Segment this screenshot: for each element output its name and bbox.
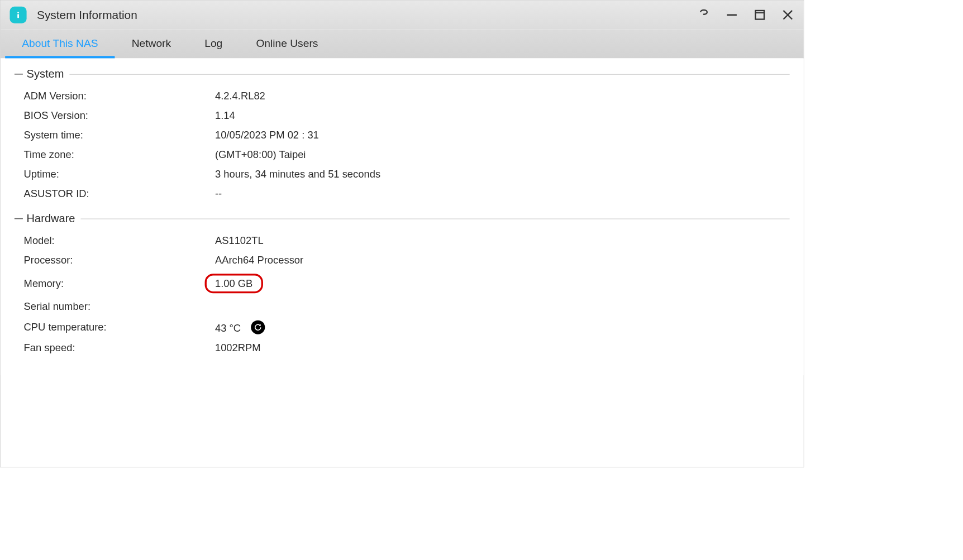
row-uptime: Uptime: 3 hours, 34 minutes and 51 secon… (15, 165, 790, 184)
tab-bar: About This NAS Network Log Online Users (1, 30, 804, 59)
cpu-temp-value: 43 °C (215, 322, 241, 334)
tab-online-users[interactable]: Online Users (239, 30, 335, 58)
svg-rect-1 (17, 14, 19, 18)
value: (GMT+08:00) Taipei (215, 149, 306, 161)
value: 1002RPM (215, 342, 261, 354)
svg-point-0 (17, 12, 19, 13)
label: Processor: (24, 254, 215, 266)
tab-network[interactable]: Network (115, 30, 188, 58)
value: 4.2.4.RL82 (215, 90, 265, 102)
row-time-zone: Time zone: (GMT+08:00) Taipei (15, 145, 790, 165)
section-title: System (27, 68, 70, 80)
window-title: System Information (37, 8, 697, 22)
maximize-button[interactable] (754, 8, 766, 21)
tab-about-this-nas[interactable]: About This NAS (5, 30, 115, 58)
row-serial-number: Serial number: (15, 297, 790, 317)
label: System time: (24, 129, 215, 141)
label: BIOS Version: (24, 109, 215, 122)
label: Uptime: (24, 168, 215, 180)
tab-log[interactable]: Log (188, 30, 239, 58)
tab-label: Online Users (256, 37, 318, 50)
system-information-window: System Information About This NAS Networ… (0, 0, 804, 468)
help-button[interactable] (697, 8, 710, 21)
section-dash (15, 218, 23, 219)
label: Memory: (24, 277, 215, 290)
row-processor: Processor: AArch64 Processor (15, 250, 790, 270)
row-system-time: System time: 10/05/2023 PM 02 : 31 (15, 126, 790, 145)
value: -- (215, 188, 222, 200)
label: ADM Version: (24, 90, 215, 102)
value: AArch64 Processor (215, 254, 303, 266)
svg-rect-3 (755, 11, 764, 20)
section-title: Hardware (27, 212, 81, 225)
value: 1.14 (215, 109, 235, 122)
value: 43 °C (215, 320, 265, 334)
tab-label: Network (132, 37, 171, 50)
titlebar: System Information (1, 1, 804, 30)
memory-highlight: 1.00 GB (205, 274, 263, 293)
row-bios-version: BIOS Version: 1.14 (15, 106, 790, 126)
label: Serial number: (24, 301, 215, 313)
label: Fan speed: (24, 342, 215, 354)
refresh-icon[interactable] (251, 320, 265, 334)
section-header: Hardware (15, 212, 790, 225)
section-line (69, 74, 789, 74)
content-area: System ADM Version: 4.2.4.RL82 BIOS Vers… (1, 58, 804, 375)
section-header: System (15, 68, 790, 80)
row-model: Model: AS1102TL (15, 231, 790, 250)
system-section: System ADM Version: 4.2.4.RL82 BIOS Vers… (15, 68, 790, 204)
hardware-section: Hardware Model: AS1102TL Processor: AArc… (15, 212, 790, 358)
value: 1.00 GB (215, 274, 263, 293)
info-icon (10, 7, 27, 23)
label: CPU temperature: (24, 321, 215, 333)
value: 3 hours, 34 minutes and 51 seconds (215, 168, 380, 180)
label: Model: (24, 234, 215, 247)
window-controls (697, 8, 794, 21)
row-cpu-temperature: CPU temperature: 43 °C (15, 317, 790, 338)
minimize-button[interactable] (725, 8, 738, 21)
row-fan-speed: Fan speed: 1002RPM (15, 338, 790, 357)
tab-label: Log (204, 37, 222, 50)
value: AS1102TL (215, 234, 264, 247)
row-asustor-id: ASUSTOR ID: -- (15, 184, 790, 204)
section-line (80, 218, 789, 219)
value: 10/05/2023 PM 02 : 31 (215, 129, 319, 141)
close-button[interactable] (781, 8, 794, 21)
tab-label: About This NAS (22, 37, 98, 50)
label: ASUSTOR ID: (24, 188, 215, 200)
row-adm-version: ADM Version: 4.2.4.RL82 (15, 86, 790, 106)
row-memory: Memory: 1.00 GB (15, 270, 790, 296)
section-dash (15, 74, 23, 75)
label: Time zone: (24, 149, 215, 161)
